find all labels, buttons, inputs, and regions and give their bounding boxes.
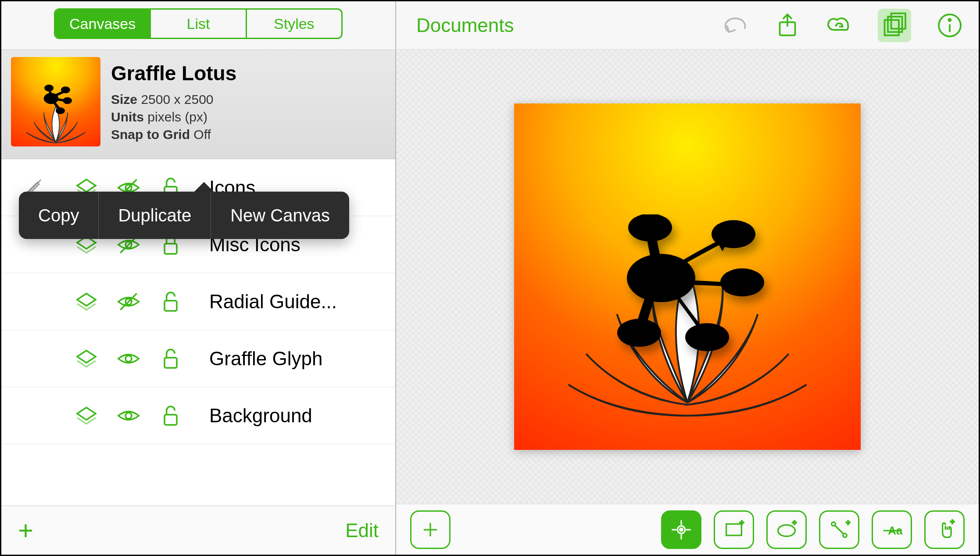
canvas-size: Size 2500 x 2500 xyxy=(111,92,236,107)
sidebar: Canvases List Styles xyxy=(1,1,396,555)
layer-row[interactable]: Radial Guide... xyxy=(1,273,395,330)
tab-list[interactable]: List xyxy=(150,10,245,38)
canvas-thumbnail xyxy=(11,57,100,146)
eye-icon[interactable] xyxy=(116,403,141,428)
toolbar-top: Documents xyxy=(396,1,979,50)
popover-arrow xyxy=(194,182,214,192)
context-popover: Copy Duplicate New Canvas xyxy=(19,182,349,239)
popover-duplicate[interactable]: Duplicate xyxy=(98,192,211,239)
info-icon[interactable] xyxy=(937,12,963,39)
canvas-document[interactable] xyxy=(514,103,861,450)
tab-styles[interactable]: Styles xyxy=(246,10,341,38)
layer-label: Graffle Glyph xyxy=(209,348,385,370)
svg-text:+: + xyxy=(792,518,797,527)
text-tool-icon[interactable]: Aa xyxy=(872,510,912,549)
lock-open-icon[interactable] xyxy=(158,403,183,428)
main-pane: Documents xyxy=(396,1,979,555)
canvas-title: Graffle Lotus xyxy=(111,61,236,85)
documents-button[interactable]: Documents xyxy=(416,14,514,36)
canvas-snap: Snap to Grid Off xyxy=(111,127,236,142)
svg-point-28 xyxy=(680,528,683,531)
add-button[interactable]: + xyxy=(18,515,33,545)
eye-icon[interactable] xyxy=(116,346,141,371)
layer-label: Background xyxy=(209,405,385,427)
canvas-header[interactable]: Graffle Lotus Size 2500 x 2500 Units pix… xyxy=(1,50,395,159)
segmented-control: Canvases List Styles xyxy=(54,8,343,39)
canvas-units: Units pixels (px) xyxy=(111,110,236,125)
popover-copy[interactable]: Copy xyxy=(19,192,98,239)
line-tool-icon[interactable]: + xyxy=(819,510,859,549)
layer-row[interactable]: Background xyxy=(1,387,395,444)
layer-row[interactable]: Graffle Glyph xyxy=(1,330,395,387)
layer-label: Radial Guide... xyxy=(209,291,385,313)
canvases-icon[interactable] xyxy=(878,9,911,42)
lock-open-icon[interactable] xyxy=(158,289,183,314)
ellipse-icon[interactable]: + xyxy=(766,510,807,549)
svg-text:Aa: Aa xyxy=(888,524,903,537)
svg-point-11 xyxy=(125,356,132,362)
toolbar-bottom: + + + Aa + xyxy=(396,504,979,555)
canvas-info: Graffle Lotus Size 2500 x 2500 Units pix… xyxy=(111,61,236,142)
svg-rect-8 xyxy=(165,243,177,253)
plus-square-icon[interactable] xyxy=(410,510,451,549)
svg-rect-14 xyxy=(165,414,177,424)
glyph-artwork xyxy=(600,214,775,355)
cloud-sync-icon[interactable] xyxy=(826,12,852,39)
rectangle-icon[interactable]: + xyxy=(714,510,754,549)
svg-rect-12 xyxy=(165,357,177,367)
shared-layer-icon[interactable] xyxy=(74,403,99,428)
svg-rect-17 xyxy=(888,17,902,32)
tab-canvases[interactable]: Canvases xyxy=(55,10,150,38)
svg-rect-10 xyxy=(165,300,177,310)
svg-text:+: + xyxy=(950,518,955,526)
svg-text:+: + xyxy=(846,518,850,527)
svg-point-13 xyxy=(125,413,132,419)
undo-icon[interactable] xyxy=(722,12,749,39)
lock-open-icon[interactable] xyxy=(158,346,183,371)
crosshair-icon[interactable] xyxy=(661,510,701,549)
popover-new-canvas[interactable]: New Canvas xyxy=(211,192,349,239)
glyph-icon xyxy=(36,84,75,114)
edit-button[interactable]: Edit xyxy=(345,520,379,542)
svg-point-4 xyxy=(56,107,65,114)
sidebar-bottom-bar: + Edit xyxy=(1,506,395,555)
segmented-wrap: Canvases List Styles xyxy=(1,1,395,50)
shared-layer-icon[interactable] xyxy=(74,346,99,371)
share-icon[interactable] xyxy=(774,12,801,39)
svg-text:+: + xyxy=(740,518,744,527)
eye-off-icon[interactable] xyxy=(116,289,141,314)
svg-point-20 xyxy=(949,19,951,21)
svg-point-34 xyxy=(843,533,847,537)
canvas-viewport[interactable] xyxy=(396,50,979,504)
touch-icon[interactable]: + xyxy=(924,510,965,549)
svg-point-33 xyxy=(832,522,836,526)
shared-layer-icon[interactable] xyxy=(74,289,99,314)
